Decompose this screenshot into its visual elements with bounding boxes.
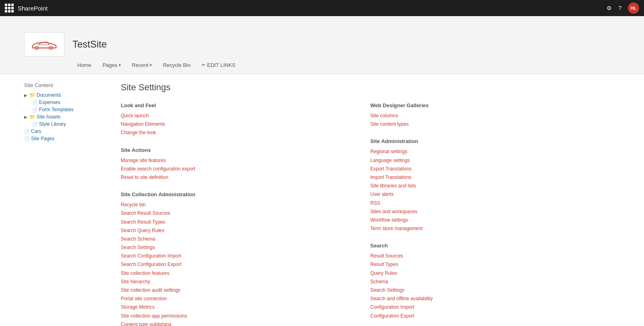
site-logo — [24, 32, 64, 56]
link-manage-site-features[interactable]: Manage site features — [121, 156, 354, 165]
doc-icon-site-pages: 📄 — [24, 136, 30, 141]
tree-item-documents[interactable]: ▶ 📁 Documents — [24, 91, 105, 99]
section-title-site-collection-admin: Site Collection Administration — [121, 191, 354, 197]
link-query-rules[interactable]: Query Rules — [370, 269, 604, 278]
section-title-site-actions: Site Actions — [121, 147, 354, 153]
link-reset-to-site-definition[interactable]: Reset to site definition — [121, 173, 354, 182]
tree-item-expenses[interactable]: 📄 Expenses — [32, 99, 105, 106]
sidebar-title: Site Content — [24, 82, 105, 88]
doc-icon-form-templates: 📄 — [32, 107, 38, 112]
section-site-actions: Site Actions Manage site features Enable… — [121, 147, 370, 182]
form-templates-label[interactable]: Form Templates — [39, 107, 74, 112]
settings-content: Site Settings Look and Feel Quick launch… — [121, 82, 620, 326]
section-title-web-designer-galleries: Web Designer Galleries — [370, 102, 604, 108]
recent-chevron: ▾ — [150, 63, 152, 67]
tree-item-style-library[interactable]: 📄 Style Library — [32, 120, 105, 128]
pages-chevron: ▾ — [119, 63, 121, 67]
doc-icon-expenses: 📄 — [32, 100, 38, 105]
link-search-schema[interactable]: Search Schema — [121, 235, 354, 243]
settings-left-column: Look and Feel Quick launch Navigation El… — [121, 102, 370, 326]
link-quick-launch[interactable]: Quick launch — [121, 112, 354, 120]
link-recycle-bin[interactable]: Recycle bin — [121, 201, 354, 209]
link-site-collection-features[interactable]: Site collection features — [121, 269, 354, 278]
link-search-result-sources[interactable]: Search Result Sources — [121, 209, 354, 218]
link-search-settings-right[interactable]: Search Settings — [370, 286, 604, 295]
style-library-label[interactable]: Style Library — [39, 121, 66, 127]
nav-home[interactable]: Home — [72, 60, 97, 71]
link-configuration-export[interactable]: Configuration Export — [370, 312, 604, 320]
link-search-config-export[interactable]: Search Configuration Export — [121, 260, 354, 269]
doc-icon-style-library: 📄 — [32, 122, 38, 127]
section-search: Search Result Sources Result Types Query… — [370, 243, 620, 320]
cars-label[interactable]: Cars — [31, 129, 41, 134]
section-title-search: Search — [370, 243, 604, 249]
link-rss[interactable]: RSS — [370, 199, 604, 208]
waffle-icon[interactable] — [5, 4, 14, 12]
page-title: Site Settings — [121, 82, 620, 93]
settings-icon[interactable]: ⚙ — [607, 5, 612, 11]
link-site-hierarchy[interactable]: Site hierarchy — [121, 278, 354, 286]
page-icon-cars: 📄 — [24, 129, 30, 134]
link-term-store-management[interactable]: Term store management — [370, 224, 604, 233]
link-language-settings[interactable]: Language settings — [370, 156, 604, 165]
pencil-icon: ✏ — [202, 62, 205, 68]
help-icon[interactable]: ? — [618, 5, 621, 11]
site-nav: Home Pages ▾ Recent ▾ Recycle Bin ✏ EDIT… — [0, 56, 644, 74]
link-site-libraries-and-lists[interactable]: Site libraries and lists — [370, 182, 604, 190]
link-export-translations[interactable]: Export Translations — [370, 165, 604, 173]
main-content: Site Content ▶ 📁 Documents 📄 Expenses 📄 … — [0, 74, 644, 326]
tree-item-site-assets[interactable]: ▶ 📁 Site Assets — [24, 113, 105, 120]
link-content-type-publishing[interactable]: Content type publishing — [121, 320, 354, 326]
settings-grid: Look and Feel Quick launch Navigation El… — [121, 102, 620, 326]
site-pages-label[interactable]: Site Pages — [31, 136, 54, 141]
link-navigation-elements[interactable]: Navigation Elements — [121, 120, 354, 129]
link-site-content-types[interactable]: Site content types — [370, 120, 604, 129]
tree-item-site-pages[interactable]: 📄 Site Pages — [24, 135, 105, 142]
link-schema[interactable]: Schema — [370, 278, 604, 286]
link-search-and-offline-availability[interactable]: Search and offline availability — [370, 295, 604, 303]
link-enable-search-config-export[interactable]: Enable search configuration export — [121, 165, 354, 173]
folder-icon-assets: 📁 — [29, 114, 35, 120]
link-search-config-import[interactable]: Search Configuration Import — [121, 252, 354, 260]
link-portal-site-connection[interactable]: Portal site connection — [121, 295, 354, 303]
link-workflow-settings[interactable]: Workflow settings — [370, 216, 604, 224]
sidebar: Site Content ▶ 📁 Documents 📄 Expenses 📄 … — [24, 82, 105, 326]
link-site-collection-audit-settings[interactable]: Site collection audit settings — [121, 286, 354, 295]
app-name[interactable]: SharePoint — [18, 5, 47, 12]
link-import-translations[interactable]: Import Translations — [370, 173, 604, 182]
link-configuration-import[interactable]: Configuration Import — [370, 303, 604, 311]
link-user-alerts[interactable]: User alerts — [370, 190, 604, 199]
link-result-sources[interactable]: Result Sources — [370, 252, 604, 260]
settings-right-column: Web Designer Galleries Site columns Site… — [370, 102, 620, 326]
nav-recycle-bin[interactable]: Recycle Bin — [157, 60, 196, 71]
tree-item-cars[interactable]: 📄 Cars — [24, 128, 105, 135]
documents-label[interactable]: Documents — [37, 92, 61, 98]
section-title-look-and-feel: Look and Feel — [121, 102, 354, 108]
expenses-label[interactable]: Expenses — [39, 100, 60, 105]
link-site-columns[interactable]: Site columns — [370, 112, 604, 120]
folder-icon-documents: 📁 — [29, 92, 35, 98]
section-web-designer-galleries: Web Designer Galleries Site columns Site… — [370, 102, 620, 129]
link-search-result-types[interactable]: Search Result Types — [121, 218, 354, 226]
section-look-and-feel: Look and Feel Quick launch Navigation El… — [121, 102, 370, 137]
site-assets-label[interactable]: Site Assets — [37, 114, 60, 120]
expand-icon-assets: ▶ — [24, 115, 28, 119]
top-bar: SharePoint ⚙ ? HL — [0, 0, 644, 16]
tree-item-form-templates[interactable]: 📄 Form Templates — [32, 106, 105, 113]
avatar[interactable]: HL — [628, 2, 639, 14]
link-storage-metrics[interactable]: Storage Metrics — [121, 303, 354, 311]
top-bar-right: ⚙ ? HL — [607, 2, 639, 14]
link-result-types[interactable]: Result Types — [370, 260, 604, 269]
link-site-collection-app-permissions[interactable]: Site collection app permissions — [121, 312, 354, 320]
expand-icon: ▶ — [24, 93, 28, 97]
link-search-query-rules[interactable]: Search Query Rules — [121, 226, 354, 235]
nav-pages[interactable]: Pages ▾ — [97, 60, 126, 71]
link-sites-and-workspaces[interactable]: Sites and workspaces — [370, 208, 604, 216]
nav-recent[interactable]: Recent ▾ — [126, 60, 157, 71]
site-title: TestSite — [72, 39, 107, 50]
link-search-settings[interactable]: Search Settings — [121, 243, 354, 252]
link-regional-settings[interactable]: Regional settings — [370, 147, 604, 156]
link-change-the-look[interactable]: Change the look — [121, 129, 354, 137]
edit-links[interactable]: ✏ EDIT LINKS — [196, 60, 241, 71]
section-title-site-administration: Site Administration — [370, 138, 604, 144]
